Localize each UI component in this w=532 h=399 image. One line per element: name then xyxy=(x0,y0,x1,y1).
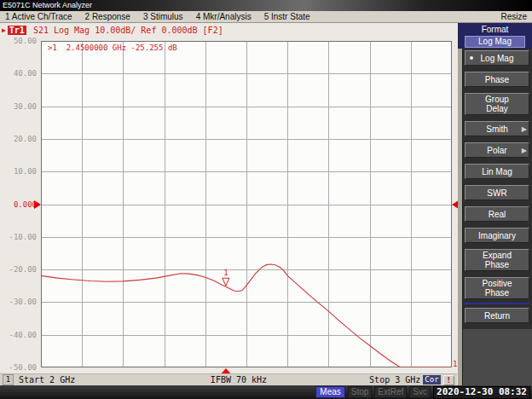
network-analyzer-screen: E5071C Network Analyzer 1 Active Ch/Trac… xyxy=(0,0,532,399)
softkey-return[interactable]: Return xyxy=(465,308,529,323)
y-tick: -10.00 xyxy=(0,233,37,241)
menu-item-1[interactable]: 1 Active Ch/Trace xyxy=(5,12,72,21)
softkey-label: Positive Phase xyxy=(473,279,521,298)
trace-label-badge[interactable]: Tr1 xyxy=(8,26,26,35)
ref-level-marker-left-icon[interactable] xyxy=(34,200,41,209)
softkey-label: Imaginary xyxy=(478,231,516,240)
channel-number-box[interactable]: 1 xyxy=(3,374,14,385)
softkey-real[interactable]: Real xyxy=(465,206,529,222)
softkey-expand-phase[interactable]: Expand Phase xyxy=(465,249,529,271)
menu-item-2[interactable]: 2 Response xyxy=(85,12,130,21)
window-title: E5071C Network Analyzer xyxy=(3,1,92,9)
menu-bar: 1 Active Ch/Trace2 Response3 Stimulus4 M… xyxy=(0,11,532,23)
softkey-label: Group Delay xyxy=(473,95,521,113)
softkey-label: Expand Phase xyxy=(473,251,521,269)
softkey-divider xyxy=(465,303,529,304)
softkey-label: SWR xyxy=(487,188,506,198)
graticule-plot[interactable]: 1 xyxy=(41,41,452,367)
softkey-label: Phase xyxy=(485,75,509,84)
menu-item-5[interactable]: 5 Instr State xyxy=(264,12,310,21)
status-extref-badge: ExtRef xyxy=(374,386,407,398)
status-svc-badge: Svc xyxy=(409,386,431,398)
marker-1-triangle-icon[interactable] xyxy=(223,278,229,286)
y-tick: -50.00 xyxy=(0,363,37,372)
start-frequency-label: Start 2 GHz xyxy=(19,375,211,385)
trace-settings-text: S21 Log Mag 10.00dB/ Ref 0.000dB [F2] xyxy=(28,26,223,35)
datetime-display: 2020-12-30 08:32 xyxy=(433,386,530,399)
selected-bullet-icon xyxy=(470,56,473,60)
softkey-phase[interactable]: Phase xyxy=(465,72,529,87)
softkey-label: Smith xyxy=(486,124,508,134)
trace-info-line: ▶ Tr1 S21 Log Mag 10.00dB/ Ref 0.000dB [… xyxy=(2,26,223,35)
softkey-smith[interactable]: Smith▶ xyxy=(465,121,529,136)
softkey-log-mag[interactable]: Log Mag xyxy=(465,50,529,66)
softkey-sidebar: Format Log Mag Log MagPhaseGroup DelaySm… xyxy=(458,23,532,385)
softkey-lin-mag[interactable]: Lin Mag xyxy=(465,164,529,179)
status-bar: Meas StopExtRefSvc 2020-12-30 08:32 xyxy=(0,385,532,399)
y-tick-reference: 0.000 xyxy=(0,200,37,209)
marker-readout: >1 2.4500000 GHz -25.255 dB xyxy=(48,43,177,52)
menu-item-4[interactable]: 4 Mkr/Analysis xyxy=(196,12,252,21)
softkey-label: Polar xyxy=(487,146,506,155)
softkey-group-delay[interactable]: Group Delay xyxy=(465,93,529,115)
softkey-empty-area xyxy=(463,329,532,385)
y-tick: -40.00 xyxy=(0,331,37,339)
y-tick: 20.00 xyxy=(0,135,37,143)
window-titlebar: E5071C Network Analyzer xyxy=(0,0,532,11)
selected-format-chip: Log Mag xyxy=(465,36,525,48)
measurement-area: ▶ Tr1 S21 Log Mag 10.00dB/ Ref 0.000dB [… xyxy=(0,23,458,385)
softkey-menu-header: Format Log Mag xyxy=(458,23,532,49)
softkey-menu-title: Format xyxy=(458,23,532,34)
y-tick: 30.00 xyxy=(0,102,37,111)
stimulus-bar: 1 Start 2 GHz IFBW 70 kHz Stop 3 GHz Cor… xyxy=(0,373,457,385)
softkey-label: Log Mag xyxy=(481,54,514,63)
alert-badge[interactable]: ! xyxy=(443,375,454,385)
menu-item-3[interactable]: 3 Stimulus xyxy=(143,12,183,21)
menu-item-resize[interactable]: Resize xyxy=(500,12,527,21)
softkey-positive-phase[interactable]: Positive Phase xyxy=(465,277,529,299)
status-stop-badge: Stop xyxy=(348,386,373,398)
softkey-label: Return xyxy=(484,311,510,321)
y-tick: -20.00 xyxy=(0,265,37,274)
softkey-label: Real xyxy=(489,210,506,219)
softkey-polar[interactable]: Polar▶ xyxy=(465,142,529,158)
marker-1-number: 1 xyxy=(223,269,228,277)
submenu-arrow-icon: ▶ xyxy=(522,124,527,134)
stop-frequency-label: Stop 3 GHz xyxy=(369,375,420,385)
correction-status-badge: Cor xyxy=(423,375,440,385)
softkey-swr[interactable]: SWR xyxy=(465,185,529,200)
softkey-button-list: Log MagPhaseGroup DelaySmith▶Polar▶Lin M… xyxy=(463,49,532,385)
y-tick: -30.00 xyxy=(0,298,37,306)
ifbw-label: IFBW 70 kHz xyxy=(211,375,267,385)
y-tick: 10.00 xyxy=(0,167,37,176)
softkey-label: Lin Mag xyxy=(482,167,512,176)
submenu-arrow-icon: ▶ xyxy=(522,146,527,155)
active-trace-arrow-icon: ▶ xyxy=(2,26,6,34)
trace-end-number: 1 xyxy=(453,360,457,368)
trace-chart: 1 xyxy=(41,41,452,367)
y-tick: 50.00 xyxy=(0,37,37,45)
softkey-imaginary[interactable]: Imaginary xyxy=(465,228,529,243)
y-tick: 40.00 xyxy=(0,69,37,78)
meas-status-badge: Meas xyxy=(315,386,344,398)
